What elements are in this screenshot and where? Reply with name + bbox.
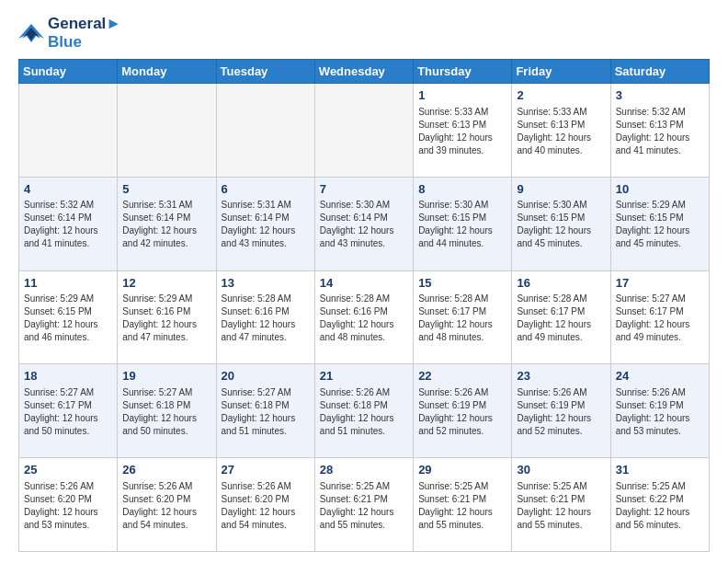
day-info: Sunrise: 5:28 AMSunset: 6:16 PMDaylight:… <box>222 293 310 344</box>
day-info: Sunrise: 5:25 AMSunset: 6:22 PMDaylight:… <box>616 480 704 532</box>
day-info: Sunrise: 5:29 AMSunset: 6:15 PMDaylight:… <box>24 293 112 344</box>
calendar-cell: 9Sunrise: 5:30 AMSunset: 6:15 PMDaylight… <box>512 177 610 270</box>
day-info: Sunrise: 5:27 AMSunset: 6:17 PMDaylight:… <box>616 293 704 344</box>
header: General► Blue <box>18 15 710 52</box>
day-info: Sunrise: 5:26 AMSunset: 6:19 PMDaylight:… <box>418 386 506 438</box>
calendar-cell: 1Sunrise: 5:33 AMSunset: 6:13 PMDaylight… <box>414 84 512 178</box>
calendar-cell: 30Sunrise: 5:25 AMSunset: 6:21 PMDayligh… <box>512 458 610 552</box>
calendar-cell: 11Sunrise: 5:29 AMSunset: 6:15 PMDayligh… <box>19 270 118 364</box>
calendar-week-4: 18Sunrise: 5:27 AMSunset: 6:17 PMDayligh… <box>19 364 710 458</box>
calendar-cell: 10Sunrise: 5:29 AMSunset: 6:15 PMDayligh… <box>610 177 709 270</box>
day-info: Sunrise: 5:31 AMSunset: 6:14 PMDaylight:… <box>122 199 210 250</box>
weekday-header-saturday: Saturday <box>610 60 709 84</box>
calendar-cell: 14Sunrise: 5:28 AMSunset: 6:16 PMDayligh… <box>314 270 413 364</box>
logo-text: General► Blue <box>48 15 121 52</box>
day-number: 23 <box>517 368 605 385</box>
day-info: Sunrise: 5:26 AMSunset: 6:18 PMDaylight:… <box>320 386 408 438</box>
day-info: Sunrise: 5:30 AMSunset: 6:15 PMDaylight:… <box>418 199 506 250</box>
logo-icon <box>18 22 44 44</box>
day-info: Sunrise: 5:26 AMSunset: 6:19 PMDaylight:… <box>517 386 605 438</box>
calendar-cell: 26Sunrise: 5:26 AMSunset: 6:20 PMDayligh… <box>118 458 216 552</box>
day-info: Sunrise: 5:33 AMSunset: 6:13 PMDaylight:… <box>418 106 506 157</box>
day-info: Sunrise: 5:28 AMSunset: 6:17 PMDaylight:… <box>517 293 605 344</box>
calendar-cell: 12Sunrise: 5:29 AMSunset: 6:16 PMDayligh… <box>118 270 216 364</box>
day-number: 3 <box>616 87 704 104</box>
day-info: Sunrise: 5:30 AMSunset: 6:14 PMDaylight:… <box>320 199 408 250</box>
day-number: 9 <box>517 181 605 198</box>
day-number: 13 <box>222 275 310 292</box>
calendar-cell: 17Sunrise: 5:27 AMSunset: 6:17 PMDayligh… <box>610 270 709 364</box>
day-number: 8 <box>418 181 506 198</box>
day-number: 27 <box>222 462 310 478</box>
day-info: Sunrise: 5:33 AMSunset: 6:13 PMDaylight:… <box>517 106 605 157</box>
calendar-cell: 3Sunrise: 5:32 AMSunset: 6:13 PMDaylight… <box>610 84 709 178</box>
day-number: 24 <box>616 368 704 385</box>
day-info: Sunrise: 5:32 AMSunset: 6:14 PMDaylight:… <box>24 199 112 250</box>
calendar-cell: 16Sunrise: 5:28 AMSunset: 6:17 PMDayligh… <box>512 270 610 364</box>
day-number: 25 <box>24 462 112 478</box>
calendar-cell: 23Sunrise: 5:26 AMSunset: 6:19 PMDayligh… <box>512 364 610 458</box>
calendar-cell: 31Sunrise: 5:25 AMSunset: 6:22 PMDayligh… <box>610 458 709 552</box>
day-number: 20 <box>222 368 310 385</box>
calendar-week-1: 1Sunrise: 5:33 AMSunset: 6:13 PMDaylight… <box>19 84 710 178</box>
calendar-cell: 5Sunrise: 5:31 AMSunset: 6:14 PMDaylight… <box>118 177 216 270</box>
calendar-cell: 15Sunrise: 5:28 AMSunset: 6:17 PMDayligh… <box>414 270 512 364</box>
calendar-cell <box>118 84 216 178</box>
day-number: 11 <box>24 275 112 292</box>
day-number: 22 <box>418 368 506 385</box>
calendar-cell: 2Sunrise: 5:33 AMSunset: 6:13 PMDaylight… <box>512 84 610 178</box>
day-info: Sunrise: 5:27 AMSunset: 6:18 PMDaylight:… <box>222 386 310 438</box>
logo: General► Blue <box>18 15 121 52</box>
day-number: 6 <box>222 181 310 198</box>
weekday-header-sunday: Sunday <box>19 60 118 84</box>
weekday-header-tuesday: Tuesday <box>216 60 314 84</box>
day-number: 7 <box>320 181 408 198</box>
day-number: 2 <box>517 87 605 104</box>
day-info: Sunrise: 5:25 AMSunset: 6:21 PMDaylight:… <box>517 480 605 532</box>
day-number: 16 <box>517 275 605 292</box>
day-number: 31 <box>616 462 704 478</box>
calendar-cell: 18Sunrise: 5:27 AMSunset: 6:17 PMDayligh… <box>19 364 118 458</box>
day-info: Sunrise: 5:26 AMSunset: 6:20 PMDaylight:… <box>222 480 310 532</box>
day-info: Sunrise: 5:25 AMSunset: 6:21 PMDaylight:… <box>418 480 506 532</box>
weekday-header-thursday: Thursday <box>414 60 512 84</box>
day-number: 5 <box>122 181 210 198</box>
weekday-header-monday: Monday <box>118 60 216 84</box>
calendar-cell <box>216 84 314 178</box>
day-info: Sunrise: 5:26 AMSunset: 6:20 PMDaylight:… <box>122 480 210 532</box>
weekday-header-row: SundayMondayTuesdayWednesdayThursdayFrid… <box>19 60 710 84</box>
day-info: Sunrise: 5:26 AMSunset: 6:19 PMDaylight:… <box>616 386 704 438</box>
day-number: 30 <box>517 462 605 478</box>
day-info: Sunrise: 5:28 AMSunset: 6:16 PMDaylight:… <box>320 293 408 344</box>
day-number: 17 <box>616 275 704 292</box>
day-number: 12 <box>122 275 210 292</box>
calendar-cell: 7Sunrise: 5:30 AMSunset: 6:14 PMDaylight… <box>314 177 413 270</box>
day-number: 18 <box>24 368 112 385</box>
calendar-cell: 8Sunrise: 5:30 AMSunset: 6:15 PMDaylight… <box>414 177 512 270</box>
calendar-cell <box>314 84 413 178</box>
day-number: 28 <box>320 462 408 478</box>
day-number: 29 <box>418 462 506 478</box>
calendar-cell: 22Sunrise: 5:26 AMSunset: 6:19 PMDayligh… <box>414 364 512 458</box>
calendar-cell: 13Sunrise: 5:28 AMSunset: 6:16 PMDayligh… <box>216 270 314 364</box>
calendar-cell: 4Sunrise: 5:32 AMSunset: 6:14 PMDaylight… <box>19 177 118 270</box>
day-number: 26 <box>122 462 210 478</box>
day-info: Sunrise: 5:30 AMSunset: 6:15 PMDaylight:… <box>517 199 605 250</box>
calendar-cell: 27Sunrise: 5:26 AMSunset: 6:20 PMDayligh… <box>216 458 314 552</box>
page: General► Blue SundayMondayTuesdayWednesd… <box>0 0 728 563</box>
day-info: Sunrise: 5:27 AMSunset: 6:17 PMDaylight:… <box>24 386 112 438</box>
calendar-cell <box>19 84 118 178</box>
calendar-cell: 19Sunrise: 5:27 AMSunset: 6:18 PMDayligh… <box>118 364 216 458</box>
day-number: 19 <box>122 368 210 385</box>
calendar-cell: 29Sunrise: 5:25 AMSunset: 6:21 PMDayligh… <box>414 458 512 552</box>
day-info: Sunrise: 5:31 AMSunset: 6:14 PMDaylight:… <box>222 199 310 250</box>
day-info: Sunrise: 5:29 AMSunset: 6:15 PMDaylight:… <box>616 199 704 250</box>
calendar-week-2: 4Sunrise: 5:32 AMSunset: 6:14 PMDaylight… <box>19 177 710 270</box>
day-number: 14 <box>320 275 408 292</box>
day-number: 10 <box>616 181 704 198</box>
calendar-cell: 24Sunrise: 5:26 AMSunset: 6:19 PMDayligh… <box>610 364 709 458</box>
day-number: 4 <box>24 181 112 198</box>
day-number: 1 <box>418 87 506 104</box>
day-number: 21 <box>320 368 408 385</box>
day-info: Sunrise: 5:28 AMSunset: 6:17 PMDaylight:… <box>418 293 506 344</box>
